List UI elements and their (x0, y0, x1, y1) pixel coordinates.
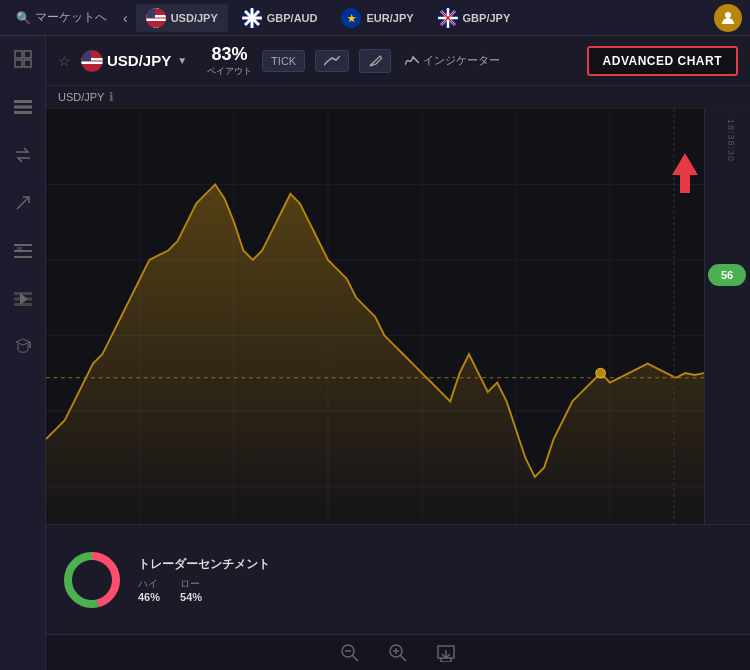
currency-pair-selector[interactable]: USD/JPY ▼ (81, 50, 187, 72)
nav-right (714, 4, 742, 32)
payout-percent-value: 83% (212, 44, 248, 65)
tab-usdjpy-label: USD/JPY (171, 12, 218, 24)
sidebar-grid-icon[interactable] (8, 44, 38, 74)
currency-flag (81, 50, 103, 72)
svg-rect-23 (14, 100, 32, 103)
tick-label: TICK (271, 55, 296, 67)
currency-pair-label: USD/JPY (107, 52, 171, 69)
svg-rect-27 (14, 250, 32, 252)
sidebar-learn-icon[interactable] (8, 332, 38, 362)
sentiment-info: トレーダーセンチメント ハイ 46% ロー 54% (138, 556, 270, 603)
market-search[interactable]: 🔍 マーケットへ (8, 5, 115, 30)
payout-label: ペイアウト (207, 65, 252, 78)
current-price-value: 56 (721, 269, 733, 281)
svg-rect-20 (24, 51, 31, 58)
sentiment-low: ロー 54% (180, 577, 202, 603)
search-label: マーケットへ (35, 9, 107, 26)
highlight-arrow (670, 153, 700, 198)
sidebar-chart-icon[interactable] (8, 236, 38, 266)
tab-gbpjpy-label: GBP/JPY (463, 12, 511, 24)
svg-rect-3 (146, 8, 155, 18)
chart-toolbar: ☆ USD/JPY ▼ 83% ペイアウト (46, 36, 750, 86)
tab-eurjpy[interactable]: ★ EUR/JPY (331, 4, 423, 32)
svg-rect-21 (15, 60, 22, 67)
sidebar-list-icon[interactable] (8, 92, 38, 122)
indicator-button[interactable]: インジケーター (405, 53, 500, 68)
svg-rect-25 (14, 111, 32, 114)
tab-usdjpy[interactable]: USD/JPY (136, 4, 228, 32)
chart-type-button[interactable] (315, 50, 349, 72)
svg-rect-29 (17, 247, 22, 250)
sidebar-play-icon[interactable] (8, 284, 38, 314)
high-value: 46% (138, 591, 160, 603)
top-navigation: 🔍 マーケットへ ‹ USD/JPY GBP/AUD (0, 0, 750, 36)
price-axis: 18:38:30 56 (704, 109, 750, 524)
flag-gbpjpy (438, 8, 458, 28)
svg-point-18 (725, 12, 731, 18)
sentiment-panel: トレーダーセンチメント ハイ 46% ロー 54% (46, 524, 750, 634)
sentiment-row: ハイ 46% ロー 54% (138, 577, 270, 603)
main-area: ☆ USD/JPY ▼ 83% ペイアウト (0, 36, 750, 670)
tab-gbpjpy[interactable]: GBP/JPY (428, 4, 521, 32)
sentiment-high: ハイ 46% (138, 577, 160, 603)
sidebar-arrow-icon[interactable] (8, 188, 38, 218)
left-sidebar (0, 36, 46, 670)
bottom-toolbar (46, 634, 750, 670)
price-chart-svg (46, 109, 704, 524)
svg-point-54 (596, 368, 605, 377)
svg-line-65 (400, 655, 406, 661)
svg-rect-2 (146, 18, 166, 21)
info-icon[interactable]: ℹ (109, 90, 114, 104)
high-label: ハイ (138, 577, 160, 591)
chart-subtitle-bar: USD/JPY ℹ (46, 86, 750, 109)
tick-button[interactable]: TICK (262, 50, 305, 72)
indicator-label: インジケーター (423, 53, 500, 68)
flag-eurjpy: ★ (341, 8, 361, 28)
draw-tool-button[interactable] (359, 49, 391, 73)
low-label: ロー (180, 577, 202, 591)
favorite-icon[interactable]: ☆ (58, 53, 71, 69)
svg-line-61 (352, 655, 358, 661)
sentiment-chart (62, 550, 122, 610)
svg-rect-24 (14, 106, 32, 109)
svg-rect-26 (14, 244, 32, 246)
flag-gbpaud (242, 8, 262, 28)
svg-marker-55 (672, 153, 698, 193)
nav-back[interactable]: ‹ (119, 10, 132, 26)
profile-icon-btn[interactable] (714, 4, 742, 32)
svg-rect-30 (14, 292, 32, 295)
tab-gbpaud[interactable]: GBP/AUD (232, 4, 328, 32)
search-icon: 🔍 (16, 11, 31, 25)
zoom-out-button[interactable] (336, 639, 364, 667)
svg-rect-37 (81, 61, 103, 64)
time-label: 18:38:30 (726, 119, 736, 162)
chart-pair-label: USD/JPY (58, 91, 104, 103)
svg-rect-32 (14, 303, 32, 306)
zoom-in-button[interactable] (384, 639, 412, 667)
svg-text:★: ★ (347, 13, 357, 24)
dropdown-arrow-icon: ▼ (177, 55, 187, 66)
payout-display: 83% ペイアウト (207, 44, 252, 78)
current-price-badge: 56 (708, 264, 746, 286)
chart-container: ☆ USD/JPY ▼ 83% ペイアウト (46, 36, 750, 670)
tab-gbpaud-label: GBP/AUD (267, 12, 318, 24)
sidebar-exchange-icon[interactable] (8, 140, 38, 170)
svg-rect-22 (24, 60, 31, 67)
flag-usdjpy (146, 8, 166, 28)
svg-rect-19 (15, 51, 22, 58)
tab-eurjpy-label: EUR/JPY (366, 12, 413, 24)
svg-rect-28 (14, 256, 32, 258)
save-button[interactable] (432, 639, 460, 667)
advanced-chart-button[interactable]: ADVANCED CHART (587, 46, 738, 76)
low-value: 54% (180, 591, 202, 603)
sentiment-title: トレーダーセンチメント (138, 556, 270, 573)
chart-canvas: 18:38:30 56 (46, 109, 750, 524)
